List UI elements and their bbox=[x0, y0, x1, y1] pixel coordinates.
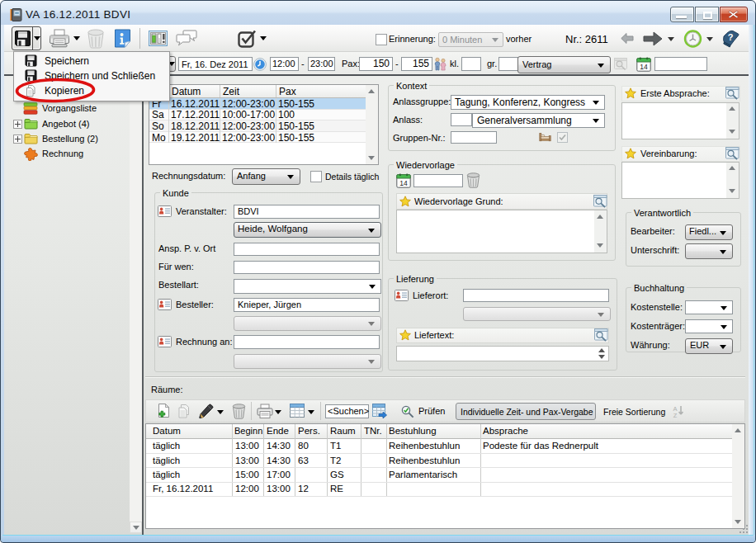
svg-text:14: 14 bbox=[640, 63, 648, 71]
svg-text:?: ? bbox=[728, 32, 734, 42]
svg-text:14: 14 bbox=[399, 179, 408, 187]
svg-text:Z: Z bbox=[673, 412, 678, 419]
